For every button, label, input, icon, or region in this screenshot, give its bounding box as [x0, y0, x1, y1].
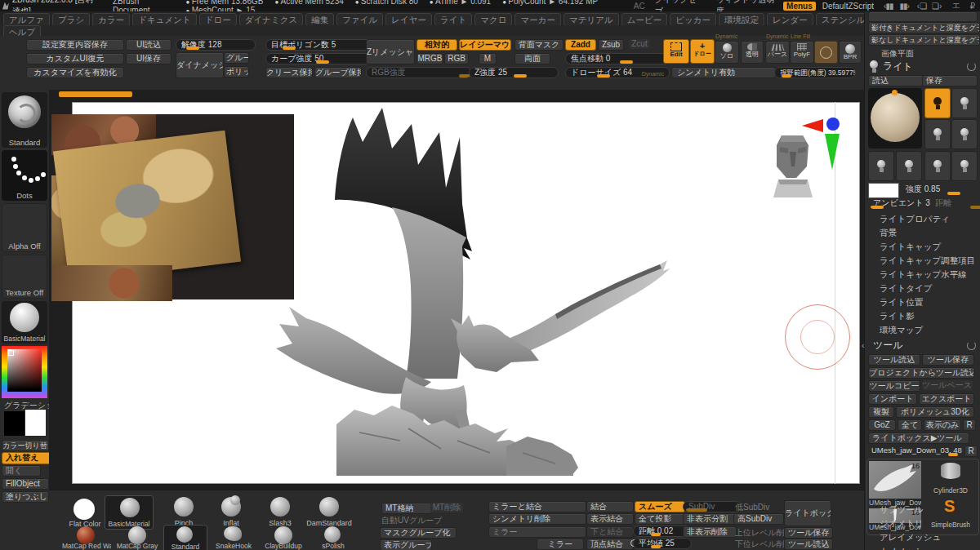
- enable-customize-button[interactable]: カスタマイズを有効化: [26, 67, 124, 78]
- mt-delete-button[interactable]: MT削除: [430, 503, 463, 512]
- menu-item[interactable]: ダイナミクス: [239, 13, 303, 25]
- menu-item[interactable]: マーカー: [514, 13, 561, 25]
- light-position-dot[interactable]: [892, 90, 898, 95]
- mt-store-button[interactable]: MT格納: [381, 503, 432, 514]
- lightbox-to-tool-button[interactable]: ライトボックス▶ツール: [868, 432, 969, 444]
- panel-collapse-arrow-icon[interactable]: ‹: [862, 340, 865, 350]
- current-texture-tile[interactable]: Texture Off: [2, 255, 47, 299]
- zcut-button[interactable]: Zcut: [629, 39, 650, 49]
- zremesher-button[interactable]: Zリメッシャー: [366, 39, 415, 64]
- swap-color-button[interactable]: 入れ替え: [2, 452, 52, 464]
- switch-color-button[interactable]: カラー切り替え: [2, 440, 49, 451]
- dock-left-icon[interactable]: ‹❏: [917, 2, 927, 11]
- smooth-button[interactable]: スムーズ: [635, 501, 685, 512]
- ambient-slider[interactable]: アンビエント 3: [868, 198, 937, 209]
- merge-mirror-button[interactable]: ミラーと結合: [488, 501, 586, 512]
- current-alpha-tile[interactable]: Alpha Off: [2, 203, 47, 252]
- main-color-swatch[interactable]: [4, 411, 24, 436]
- menu-item[interactable]: ライト: [434, 13, 472, 25]
- rgb-button[interactable]: RGB: [444, 53, 469, 64]
- light-load-button[interactable]: 読込: [868, 75, 924, 86]
- light-section-header[interactable]: ライト: [865, 60, 980, 73]
- standard-brush-tile[interactable]: Standard: [163, 525, 207, 550]
- tool-subsection-item[interactable]: ジオメトリ: [865, 517, 980, 530]
- current-stroke-tile[interactable]: Dots: [2, 150, 47, 201]
- bpr-button[interactable]: BPR: [839, 41, 862, 64]
- hidden-delete-button[interactable]: 非表示削除: [683, 526, 737, 538]
- fov-angle-slider[interactable]: 視野範囲(角度) 39.59775: [774, 67, 856, 78]
- dragon-model[interactable]: [49, 90, 864, 490]
- rgb-intensity-slider[interactable]: RGB強度: [366, 67, 472, 78]
- default-zscript-button[interactable]: DefaultZScript: [822, 2, 874, 11]
- menu-item[interactable]: ステンシル: [816, 13, 864, 25]
- menu-item[interactable]: ファイル: [336, 13, 383, 25]
- inflat-brush-tile[interactable]: Inflat: [211, 497, 252, 528]
- mask-group-button[interactable]: マスクグループ化: [380, 527, 457, 539]
- light-subsection-item[interactable]: ライトキャップ水平線: [865, 268, 980, 282]
- focal-shift-slider[interactable]: 焦点移動 0: [565, 53, 670, 64]
- divider-handle-icon[interactable]: エ: [951, 0, 960, 11]
- menu-item[interactable]: ドキュメント: [132, 13, 196, 25]
- menu-item[interactable]: ドロー: [199, 13, 237, 25]
- mirror-button-2[interactable]: ミラー: [537, 539, 584, 550]
- tool-save-button-bottom[interactable]: ツール保存: [784, 527, 833, 539]
- light-subsection-item[interactable]: ライトキャップ調整項目: [865, 254, 980, 268]
- light-subsection-item[interactable]: ライトプロパティ: [865, 212, 980, 226]
- merge-visible-button[interactable]: 表示結合: [586, 513, 634, 525]
- current-material-tile[interactable]: BasicMaterial: [2, 301, 47, 344]
- secondary-color-swatch[interactable]: [25, 410, 46, 436]
- light-subsection-item[interactable]: ライトキャップ: [865, 240, 980, 254]
- current-brush-tile[interactable]: Standard: [2, 92, 47, 148]
- mrgb-button[interactable]: MRGB: [416, 53, 443, 64]
- ghost-button[interactable]: [814, 41, 838, 64]
- goz-all-button[interactable]: 全て: [898, 419, 922, 431]
- perspective-button[interactable]: パース: [765, 41, 790, 64]
- double-sided-button[interactable]: 両面: [514, 53, 550, 64]
- light-save-button[interactable]: 保存: [922, 75, 978, 86]
- menu-item[interactable]: カラー: [92, 13, 130, 25]
- keep-creases-button[interactable]: クリース保持: [265, 67, 313, 78]
- light-5-button[interactable]: [868, 151, 894, 181]
- low-subdiv-label[interactable]: 低SubDiv: [735, 503, 769, 512]
- light-2-button[interactable]: [951, 88, 978, 118]
- light-preview-sphere[interactable]: [868, 88, 922, 149]
- distance-slider[interactable]: 距離: [930, 198, 980, 209]
- goz-visible-button[interactable]: 表示のみ: [924, 419, 961, 431]
- tool-refresh-icon[interactable]: [967, 341, 976, 350]
- camera-head-gizmo[interactable]: [770, 132, 817, 204]
- hidden-split-button[interactable]: 非表示分割: [683, 513, 737, 525]
- ui-load-button[interactable]: UI読込: [126, 39, 172, 51]
- menus-button[interactable]: Menus: [783, 2, 816, 11]
- solo-button[interactable]: ソロ: [715, 41, 739, 64]
- goz-button[interactable]: GoZ: [868, 419, 896, 431]
- light-intensity-slider[interactable]: 強度 0.85: [901, 184, 980, 195]
- curve-strength-slider[interactable]: カーブ強度 50: [265, 53, 372, 64]
- project-all-button[interactable]: 全て投影: [635, 513, 685, 525]
- m-button[interactable]: M: [479, 53, 497, 64]
- open-button[interactable]: 開く: [2, 465, 41, 477]
- light-3-button[interactable]: [924, 119, 951, 149]
- relative-button[interactable]: 相対的: [416, 39, 457, 51]
- active-tool-r-button[interactable]: R: [964, 446, 978, 457]
- duplicate-button[interactable]: 複製: [868, 406, 894, 418]
- dock-right-icon[interactable]: ❏›: [932, 2, 942, 11]
- backface-mask-button[interactable]: 背面マスク: [514, 39, 564, 51]
- image-plane-item[interactable]: 画像平面: [881, 49, 914, 59]
- pinch-brush-tile[interactable]: Pinch: [163, 497, 204, 528]
- menu-item[interactable]: ブラシ: [52, 13, 90, 25]
- clipped-doc-button[interactable]: [868, 11, 978, 22]
- merge-down-button[interactable]: 下と結合: [586, 526, 634, 538]
- tool-save-button[interactable]: ツール保存: [922, 354, 974, 366]
- weld-points-button[interactable]: 頂点結合: [586, 539, 634, 550]
- light-subsection-item[interactable]: ライト位置: [865, 295, 980, 309]
- flatcolor-tile[interactable]: Flat Color: [67, 499, 103, 525]
- axis-z-dot[interactable]: [826, 118, 840, 131]
- tool-paste-button[interactable]: ツールペースト: [922, 380, 973, 390]
- light-4-button[interactable]: [951, 119, 978, 149]
- dynamesh-polish-button[interactable]: ポリッシュ: [224, 66, 249, 78]
- delete-symmetry-button[interactable]: シンメトリ削除: [488, 513, 586, 525]
- draw-size-slider[interactable]: ドローサイズ 64Dynamic: [565, 67, 670, 78]
- canvas-area[interactable]: [49, 90, 864, 490]
- matcap-redwax-tile[interactable]: MatCap Red Wax: [62, 526, 111, 550]
- auto-uv-group-label[interactable]: 自動UVグループ: [381, 516, 443, 526]
